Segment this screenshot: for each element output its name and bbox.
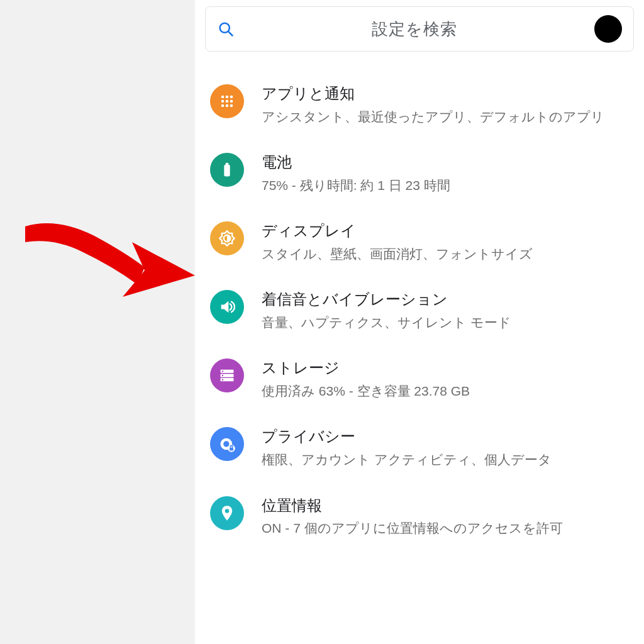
svg-point-25: [225, 509, 230, 513]
search-placeholder: 設定を検索: [240, 18, 589, 40]
settings-item-location[interactable]: 位置情報 ON - 7 個のアプリに位置情報へのアクセスを許可: [205, 482, 634, 551]
settings-item-subtitle: スタイル、壁紙、画面消灯、フォントサイズ: [262, 244, 629, 264]
svg-point-8: [221, 104, 225, 108]
arrow-annotation-icon: [19, 208, 195, 302]
settings-item-title: プライバシー: [262, 426, 629, 447]
annotation-margin: [0, 0, 195, 644]
svg-point-20: [222, 379, 223, 380]
settings-item-title: 位置情報: [262, 495, 629, 516]
avatar[interactable]: [594, 15, 622, 43]
settings-list: アプリと通知 アシスタント、最近使ったアプリ、デフォルトのアプリ 電池 75% …: [205, 52, 634, 551]
svg-point-6: [226, 100, 229, 103]
svg-line-1: [228, 31, 232, 35]
apps-icon: [210, 84, 244, 118]
settings-item-subtitle: 権限、アカウント アクティビティ、個人データ: [262, 450, 629, 470]
settings-item-display[interactable]: ディスプレイ スタイル、壁紙、画面消灯、フォントサイズ: [205, 208, 634, 276]
svg-point-19: [222, 375, 223, 376]
settings-item-subtitle: 使用済み 63% - 空き容量 23.78 GB: [262, 381, 629, 401]
svg-point-7: [230, 100, 233, 103]
settings-item-subtitle: 75% - 残り時間: 約 1 日 23 時間: [262, 175, 629, 196]
settings-item-sound[interactable]: 着信音とバイブレーション 音量、ハプティクス、サイレント モード: [205, 276, 634, 345]
privacy-icon: [210, 427, 244, 461]
svg-point-9: [226, 104, 229, 108]
settings-item-privacy[interactable]: プライバシー 権限、アカウント アクティビティ、個人データ: [205, 413, 634, 482]
svg-point-10: [230, 104, 233, 108]
settings-item-title: 着信音とバイブレーション: [262, 289, 629, 310]
sound-icon: [210, 290, 244, 324]
svg-rect-12: [226, 163, 229, 165]
svg-point-22: [223, 441, 229, 447]
settings-item-subtitle: アシスタント、最近使ったアプリ、デフォルトのアプリ: [262, 107, 629, 127]
settings-item-title: 電池: [262, 152, 629, 173]
search-bar[interactable]: 設定を検索: [205, 6, 634, 52]
svg-point-2: [221, 96, 225, 99]
svg-point-3: [226, 96, 229, 99]
svg-point-4: [230, 96, 233, 99]
settings-screen: 設定を検索 アプリと通知 アシスタント、最近使ったアプリ、デフォルトのアプリ: [195, 0, 644, 644]
search-icon: [217, 20, 235, 38]
svg-point-18: [222, 371, 223, 372]
storage-icon: [210, 358, 244, 392]
display-icon: [210, 221, 244, 255]
settings-item-battery[interactable]: 電池 75% - 残り時間: 約 1 日 23 時間: [205, 139, 634, 208]
svg-rect-24: [230, 448, 233, 451]
svg-rect-11: [224, 165, 230, 177]
settings-item-title: アプリと通知: [262, 83, 629, 104]
settings-item-title: ディスプレイ: [262, 220, 629, 242]
battery-icon: [210, 153, 244, 187]
settings-item-subtitle: ON - 7 個のアプリに位置情報へのアクセスを許可: [262, 518, 629, 538]
settings-item-subtitle: 音量、ハプティクス、サイレント モード: [262, 313, 629, 333]
settings-item-apps[interactable]: アプリと通知 アシスタント、最近使ったアプリ、デフォルトのアプリ: [205, 70, 634, 139]
location-icon: [210, 496, 244, 530]
svg-point-5: [221, 100, 225, 103]
settings-item-title: ストレージ: [262, 357, 629, 379]
settings-item-storage[interactable]: ストレージ 使用済み 63% - 空き容量 23.78 GB: [205, 345, 634, 413]
